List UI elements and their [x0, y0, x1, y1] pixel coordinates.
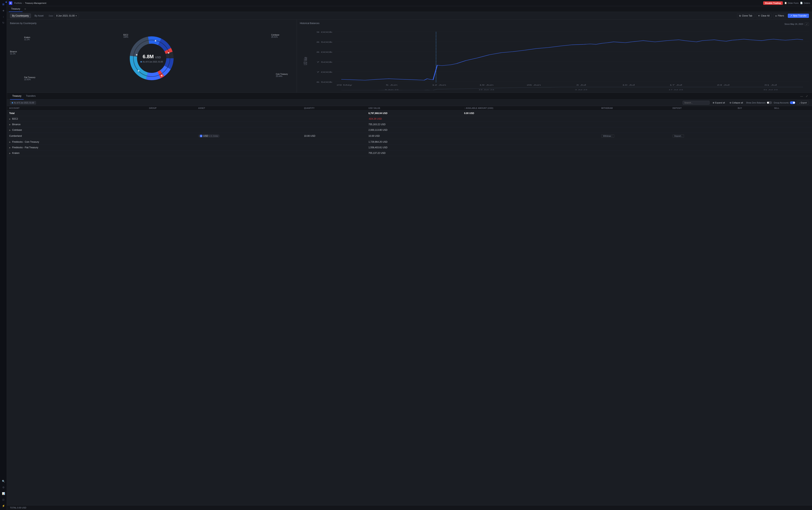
cumberland-deposit-button[interactable]: Deposit ↓: [673, 135, 684, 138]
svg-text:3 Jul 23: 3 Jul 23: [575, 89, 587, 90]
donut-chart: [127, 33, 177, 83]
date-picker-button[interactable]: 8 Jun 2023, 01:00 ▾: [54, 13, 79, 18]
expand-fireblocks-coin-button[interactable]: ▶: [9, 141, 11, 143]
svg-text:19 Jun 23: 19 Jun 23: [479, 89, 494, 90]
order-form-button[interactable]: 📋 Order Form: [784, 2, 799, 4]
sidebar-icon-diamond[interactable]: ◈: [1, 8, 6, 13]
sidebar-icon-search[interactable]: 🔍: [1, 478, 6, 484]
tab-bar: Treasury +: [7, 6, 812, 12]
svg-text:19 Jun: 19 Jun: [479, 84, 493, 86]
svg-text:17 Jul: 17 Jul: [669, 84, 682, 86]
sidebar-icon-grid2[interactable]: ⊡: [1, 497, 6, 502]
expand-all-button[interactable]: ⊕ Expand all: [711, 101, 726, 105]
top-bar: ⊞ Portfolio › Treasury-Management Disabl…: [7, 0, 812, 6]
tab-treasury[interactable]: Treasury: [9, 6, 23, 12]
tab-add-button[interactable]: +: [23, 7, 27, 11]
show-zero-balances-toggle[interactable]: [766, 101, 772, 104]
view-toolbar: By Counterparty By Asset Date 8 Jun 2023…: [7, 12, 812, 20]
export-icon: ↓: [799, 102, 800, 104]
orders-button[interactable]: 📄 Orders: [800, 2, 810, 4]
clear-icon: ✕: [758, 15, 760, 17]
disable-trading-button[interactable]: Disable Trading: [763, 1, 783, 5]
maximize-button[interactable]: ⤢: [805, 23, 809, 26]
sidebar-icon-lightning[interactable]: ⚡: [1, 503, 6, 508]
svg-point-8: [168, 52, 169, 54]
tab-treasury-bottom[interactable]: Treasury: [10, 93, 24, 100]
svg-text:USD Value: USD Value: [303, 57, 308, 65]
by-counterparty-button[interactable]: By Counterparty: [10, 13, 31, 18]
clone-tab-button[interactable]: ⧉ Clone Tab: [737, 13, 754, 18]
balances-table: ACCOUNT GROUP ASSET QUANTITY USD VALUE ↑…: [7, 106, 812, 156]
expand-coinbase-button[interactable]: ▶: [9, 129, 11, 131]
col-asset: ASSET: [196, 106, 302, 111]
sidebar-icon-chart[interactable]: 📊: [1, 491, 6, 496]
expand-kraken-button[interactable]: ▶: [9, 152, 11, 154]
sidebar-icon-transfer[interactable]: ↕: [1, 14, 6, 19]
col-account: ACCOUNT: [7, 106, 147, 111]
export-button[interactable]: ↓ Export: [797, 101, 809, 105]
by-asset-button[interactable]: By Asset: [32, 13, 46, 18]
svg-text:29 May: 29 May: [336, 84, 352, 86]
svg-text:10 Jul: 10 Jul: [622, 84, 635, 86]
svg-rect-37: [335, 87, 809, 90]
expand-binance-button[interactable]: ▶: [9, 123, 11, 125]
balances-table-container: ACCOUNT GROUP ASSET QUANTITY USD VALUE ↑…: [7, 106, 812, 505]
svg-text:31 Jul 23: 31 Jul 23: [763, 89, 778, 90]
historical-chart-area: 9 000k 8 500k 8 000k 7 500k 7 000k 6 500…: [300, 28, 809, 90]
asset-name: USD: [203, 135, 208, 137]
footer-bar: TOTAL 0.00 USD: [7, 505, 812, 510]
svg-text:3 Jul: 3 Jul: [576, 84, 586, 86]
sidebar-icon-settings[interactable]: ⚙: [1, 485, 6, 490]
fireblocks-coin-usd-value: 1,729,964.25 USD: [366, 139, 462, 145]
svg-text:8 000k: 8 000k: [317, 51, 333, 53]
breadcrumb-separator: ›: [23, 2, 24, 4]
breadcrumb-parent: Portfolio: [14, 2, 22, 4]
collapse-all-button[interactable]: ⊖ Collapse all: [728, 101, 745, 105]
tab-transfers[interactable]: Transfers: [24, 93, 38, 100]
table-body: Total 6,797,968.04 USD 0.00 USD: [7, 111, 812, 156]
label-coinbase: Coinbase29.41%: [271, 34, 279, 38]
as-of-dot: [12, 102, 13, 104]
table-row: Cumberland $ USD U.S. Dollar 10.00 USD: [7, 133, 812, 139]
group-accounts-toggle[interactable]: [790, 101, 795, 104]
sidebar-icon-refresh[interactable]: ↻: [1, 20, 6, 25]
orders-icon: 📄: [800, 2, 803, 4]
new-transfer-button[interactable]: ↗ New Transfer: [788, 13, 809, 18]
order-form-icon: 📋: [784, 2, 787, 4]
table-row: ▶ Fireblocks - Fiat Treasury 1,558,403.8…: [7, 145, 812, 150]
clear-all-button[interactable]: ✕ Clear All: [756, 13, 772, 18]
expand-fireblocks-fiat-button[interactable]: ▶: [9, 146, 11, 149]
table-toolbar: As of 8 Jun 2023, 01:00 ⊕ Expand all ⊖ C…: [7, 100, 812, 106]
total-usd-value: 6,797,968.04 USD: [366, 111, 462, 116]
usd-icon: $: [200, 135, 203, 137]
total-available: 0.00 USD: [462, 111, 599, 116]
date-value: 8 Jun 2023, 01:00: [56, 15, 75, 17]
history-header: Historical Balances Since May 24, 2023 ⤢: [300, 22, 809, 26]
filters-button[interactable]: ⧈ Filters: [773, 13, 786, 18]
historical-chart-svg: 9 000k 8 500k 8 000k 7 500k 7 000k 6 500…: [300, 28, 809, 90]
svg-text:9 000k: 9 000k: [317, 31, 333, 33]
svg-point-9: [155, 40, 156, 41]
sidebar-icon-grid[interactable]: ⊞: [1, 2, 6, 7]
svg-text:12 Jun: 12 Jun: [432, 84, 446, 86]
svg-point-11: [138, 70, 139, 72]
charts-section: Balances by Counterparty: [7, 20, 812, 93]
col-withdraw: WITHDRAW: [599, 106, 670, 111]
col-buy: BUY: [735, 106, 772, 111]
expand-b2c2-button[interactable]: ▶: [9, 118, 11, 120]
donut-container: 6.8M USD As of 8 Jun 2023, 01:00 B2C2100…: [10, 26, 294, 90]
as-of-badge: As of 8 Jun 2023, 01:00: [10, 101, 36, 105]
expand-panel-button[interactable]: ⤢: [805, 94, 809, 98]
sidebar-active-dot: [6, 2, 7, 3]
svg-text:7 500k: 7 500k: [317, 61, 333, 63]
svg-text:26 Jun: 26 Jun: [527, 84, 541, 86]
table-search-input[interactable]: [683, 101, 710, 105]
col-available: ↑ AVAILABLE AMOUNT (USD): [462, 106, 599, 111]
coinbase-usd-value: 2,000,113.80 USD: [366, 127, 462, 133]
label-fiat-treasury: Fiat Treasury22.92%: [24, 76, 35, 81]
cumberland-withdraw-button[interactable]: Withdraw ↑: [601, 135, 614, 138]
cumberland-quantity: 10.00 USD: [302, 133, 366, 139]
minimize-panel-button[interactable]: —: [799, 94, 804, 98]
col-sell: SELL: [772, 106, 812, 111]
cumberland-usd-value: 10.00 USD: [366, 133, 462, 139]
